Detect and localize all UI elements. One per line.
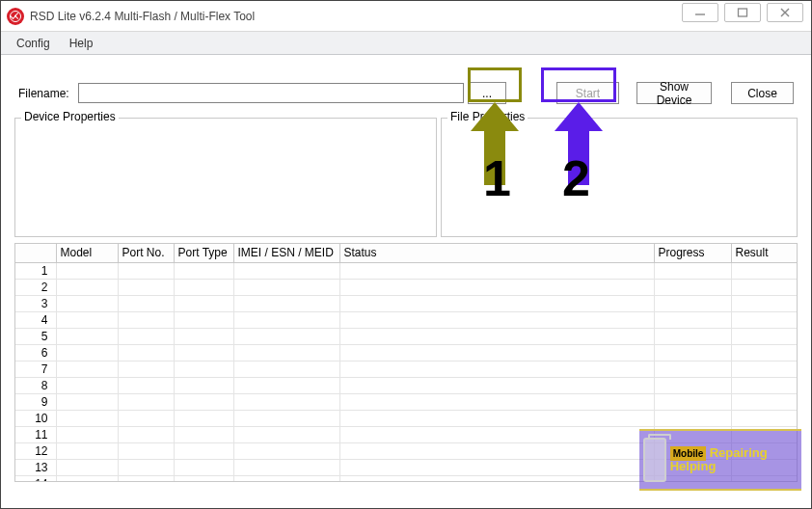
row-index: 6 [15,344,56,361]
table-row[interactable]: 4 [15,311,798,328]
device-grid[interactable]: Model Port No. Port Type IMEI / ESN / ME… [14,243,798,482]
col-port-type[interactable]: Port Type [174,244,233,262]
col-model[interactable]: Model [56,244,118,262]
table-row[interactable]: 9 [15,393,798,410]
table-row[interactable]: 3 [15,295,798,311]
row-index: 13 [15,459,56,475]
row-index: 12 [15,442,56,459]
col-imei[interactable]: IMEI / ESN / MEID [233,244,339,262]
col-result[interactable]: Result [731,244,798,262]
group-row: Device Properties File Properties [14,118,798,237]
window-title: RSD Lite v6.2.4 Multi-Flash / Multi-Flex… [30,10,255,23]
col-port-no[interactable]: Port No. [118,244,174,262]
table-row[interactable]: 2 [15,279,798,295]
row-index: 2 [15,279,56,295]
row-index: 11 [15,426,56,442]
table-row[interactable]: 7 [15,361,798,377]
table-row[interactable]: 6 [15,344,798,361]
content-area: Filename: ... Start Show Device Close De… [1,55,811,482]
menu-help[interactable]: Help [62,35,101,52]
table-row[interactable]: 13 [15,459,798,475]
row-index: 3 [15,295,56,311]
row-index: 1 [15,262,56,279]
file-properties-group: File Properties [441,118,798,237]
device-properties-legend: Device Properties [21,110,119,123]
filename-row: Filename: ... Start Show Device Close [18,82,801,104]
row-index: 8 [15,377,56,393]
device-properties-group: Device Properties [14,118,437,237]
row-index: 10 [15,410,56,426]
row-index: 4 [15,311,56,328]
maximize-button[interactable] [724,3,761,22]
app-icon [7,8,24,25]
browse-button[interactable]: ... [468,82,506,104]
start-button[interactable]: Start [556,82,619,104]
close-window-button[interactable] [767,3,803,22]
row-index: 9 [15,393,56,410]
table-row[interactable]: 12 [15,442,798,459]
col-index[interactable] [15,244,56,262]
table-row[interactable]: 11 [15,426,798,442]
title-bar: RSD Lite v6.2.4 Multi-Flash / Multi-Flex… [1,1,811,32]
table-header-row: Model Port No. Port Type IMEI / ESN / ME… [15,244,798,262]
filename-input[interactable] [78,83,464,103]
table-row[interactable]: 5 [15,328,798,344]
menu-config[interactable]: Config [9,35,58,52]
close-button[interactable]: Close [731,82,794,104]
svg-rect-1 [739,9,747,16]
window-controls [682,3,803,22]
table-row[interactable]: 14 [15,475,798,482]
file-properties-legend: File Properties [447,110,528,123]
table-row[interactable]: 1 [15,262,798,279]
col-progress[interactable]: Progress [654,244,731,262]
table-row[interactable]: 8 [15,377,798,393]
col-status[interactable]: Status [339,244,654,262]
row-index: 14 [15,475,56,482]
row-index: 7 [15,361,56,377]
filename-label: Filename: [18,87,74,100]
row-index: 5 [15,328,56,344]
table-row[interactable]: 10 [15,410,798,426]
minimize-button[interactable] [682,3,718,22]
show-device-button[interactable]: Show Device [636,82,712,104]
menu-bar: Config Help [1,32,811,55]
